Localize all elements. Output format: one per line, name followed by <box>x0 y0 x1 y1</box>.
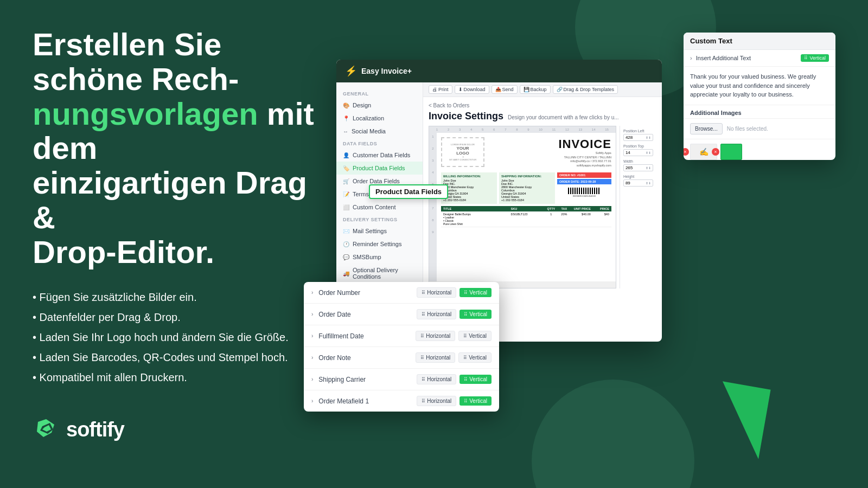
order-number-horizontal-button[interactable]: ⠿ Horizontal <box>417 287 456 298</box>
vertical-badge-label: Vertical <box>809 55 826 61</box>
order-number-row: › Order Number ⠿ Horizontal ⠿ Vertical <box>304 282 499 304</box>
sidebar-item-social[interactable]: ↔️ Social Media <box>336 125 423 138</box>
browse-button[interactable]: Browse... <box>690 123 723 134</box>
browse-row: Browse... No files selected. <box>684 119 835 139</box>
grid-icon: ⠿ <box>464 312 468 317</box>
order-no-badge: ORDER NO: #1001 <box>557 172 611 178</box>
invoice-left-ruler: 12345 6789 <box>429 133 437 281</box>
grid-icon: ⠿ <box>422 399 425 404</box>
delivery-icon: 🚚 <box>343 271 349 277</box>
headline-line5: Drop-Editor. <box>33 234 214 269</box>
product-data-fields-label: Product Data Fields <box>369 184 448 199</box>
sidebar-item-product-data[interactable]: 🏷️ Product Data Fields <box>336 162 423 175</box>
sidebar-item-localization[interactable]: 📍 Localization <box>336 112 423 125</box>
sidebar-item-smsbump-label: SMSBump <box>353 254 381 260</box>
fulfillment-horizontal-button[interactable]: ⠿ Horizontal <box>416 331 455 341</box>
barcode: 8309829119461454500 <box>557 188 611 197</box>
order-note-row: › Order Note ⠿ Horizontal ⠿ Vertical <box>304 347 499 369</box>
sidebar-section-delivery: Delivery Settings <box>336 214 423 224</box>
width-row: Width 265 ⬆⬇ <box>623 159 653 171</box>
order-icon: 🛒 <box>343 178 349 184</box>
download-button[interactable]: ⬇ Download <box>455 85 489 94</box>
grid-icon: ⠿ <box>463 333 467 339</box>
fulfillment-date-row: › Fulfillment Date ⠿ Horizontal ⠿ Vertic… <box>304 325 499 347</box>
position-top-input[interactable]: 14 ⬆⬇ <box>623 149 653 156</box>
main-area: < Back to Orders Invoice Settings Design… <box>423 97 662 294</box>
print-button[interactable]: 🖨 Print <box>429 85 452 94</box>
order-number-field-label: Order Number <box>318 289 413 297</box>
width-input[interactable]: 265 ⬆⬇ <box>623 164 653 171</box>
barcode-number: 8309829119461454500 <box>573 195 596 197</box>
chevron-icon: › <box>311 311 313 317</box>
shipping-carrier-horizontal-button[interactable]: ⠿ Horizontal <box>417 374 456 384</box>
invoice-preview: 12345 678910 1112131415 12345 6789 <box>429 126 616 288</box>
grid-icon: ⠿ <box>464 377 468 382</box>
chevron-icon: › <box>311 355 313 361</box>
social-icon: ↔️ <box>343 129 348 134</box>
order-fields-card: › Order Number ⠿ Horizontal ⠿ Vertical ›… <box>304 282 499 412</box>
insert-additional-text-row[interactable]: › Insert Additional Text ⠿ Vertical <box>684 50 835 67</box>
order-date-field-label: Order Date <box>318 311 413 318</box>
backup-button[interactable]: 💾 Backup <box>520 85 551 94</box>
height-input[interactable]: 89 ⬆⬇ <box>623 179 653 187</box>
shipping-carrier-vertical-button[interactable]: ⠿ Vertical <box>459 375 492 384</box>
invoice-company-info: Softify Apps TALLINN CITY CENTER / TALLI… <box>558 151 611 168</box>
sidebar-item-mail[interactable]: ✉️ Mail Settings <box>336 224 423 237</box>
order-date-horizontal-button[interactable]: ⠿ Horizontal <box>417 309 456 319</box>
bg-circle-bottom <box>532 380 694 488</box>
delete-thumb-2-button[interactable]: × <box>712 148 719 156</box>
sidebar-item-custom-label: Custom Content <box>353 204 395 210</box>
custom-content-icon: ⬜ <box>343 204 349 210</box>
custom-text-card-header: Custom Text <box>684 33 835 50</box>
send-button[interactable]: 📤 Send <box>492 85 518 94</box>
order-note-horizontal-button[interactable]: ⠿ Horizontal <box>416 352 455 363</box>
invoice-body: 12345 6789 LOREM IPSUM DOLOR YOUR LOGO <box>429 133 616 281</box>
height-label: Height <box>623 175 653 178</box>
design-icon: 🎨 <box>343 102 349 108</box>
bullet-item: • Datenfelder per Drag & Drop. <box>33 311 336 324</box>
terms-icon: 📝 <box>343 191 349 197</box>
mail-icon: ✉️ <box>343 228 349 234</box>
back-link[interactable]: < Back to Orders <box>429 102 656 108</box>
left-section: Erstellen Sie schöne Rech- nungsvorlagen… <box>33 27 336 444</box>
order-date-vertical-button[interactable]: ⠿ Vertical <box>459 310 492 319</box>
invoice-table-row: Designer Ballet Bumps • Leather • Classi… <box>441 211 611 227</box>
softify-logo-icon <box>33 416 60 444</box>
invoice-info-row: BILLING INFORMATION: John Doe Doe INC. 2… <box>441 172 611 204</box>
order-number-vertical-button[interactable]: ⠿ Vertical <box>459 288 492 297</box>
drag-drop-button[interactable]: 🔗 Drag & Drop Templates <box>553 85 618 94</box>
order-metafield-row: › Order Metafield 1 ⠿ Horizontal ⠿ Verti… <box>304 390 499 412</box>
additional-images-label: Additional Images <box>684 105 835 119</box>
sidebar-item-smsbump[interactable]: 💬 SMSBump <box>336 251 423 264</box>
sidebar-item-optional-delivery[interactable]: 🚚 Optional Delivery Conditions <box>336 264 423 283</box>
grid-icon: ⠿ <box>422 377 425 382</box>
invoice-header-row: LOREM IPSUM DOLOR YOUR LOGO ✦ SIT AMET C… <box>441 137 611 168</box>
sidebar-item-design[interactable]: 🎨 Design <box>336 99 423 112</box>
invoice-logo-placeholder: LOREM IPSUM DOLOR YOUR LOGO ✦ SIT AMET C… <box>441 137 484 167</box>
order-metafield-vertical-button[interactable]: ⠿ Vertical <box>459 396 492 406</box>
height-row: Height 89 ⬆⬇ <box>623 175 653 187</box>
bullet-list: • Fügen Sie zusätzliche Bilder ein. • Da… <box>33 291 336 384</box>
sms-icon: 💬 <box>343 254 349 260</box>
product-icon: 🏷️ <box>343 165 349 171</box>
sidebar-item-customer-data[interactable]: 👤 Customer Data Fields <box>336 149 423 162</box>
order-info-box: ORDER NO: #1001 ORDER DATE: 2022-09-28 8… <box>557 172 611 204</box>
fulfillment-date-field-label: Fulfillment Date <box>318 332 412 340</box>
page-title: Invoice Settings <box>429 111 503 122</box>
sidebar-item-custom-content[interactable]: ⬜ Custom Content <box>336 201 423 214</box>
headline-word-green: nungsvorlagen <box>33 96 258 131</box>
fulfillment-vertical-button[interactable]: ⠿ Vertical <box>458 331 492 341</box>
order-date-row: › Order Date ⠿ Horizontal ⠿ Vertical <box>304 304 499 325</box>
order-note-vertical-button[interactable]: ⠿ Vertical <box>458 352 492 363</box>
sidebar-item-optional-label: Optional Delivery Conditions <box>353 267 416 280</box>
grid-icon: ⠿ <box>464 399 468 404</box>
order-metafield-horizontal-button[interactable]: ⠿ Horizontal <box>417 396 456 406</box>
delete-thumb-1-button[interactable]: × <box>684 148 689 156</box>
order-note-field-label: Order Note <box>318 354 412 362</box>
position-left-input[interactable]: 428 ⬆⬇ <box>623 134 653 141</box>
sidebar-item-customer-label: Customer Data Fields <box>353 152 410 158</box>
grid-icon: ⠿ <box>420 333 424 339</box>
chevron-icon: › <box>311 290 313 296</box>
position-left-row: Position Left 428 ⬆⬇ <box>623 129 653 141</box>
sidebar-item-reminder[interactable]: 🕐 Reminder Settings <box>336 237 423 251</box>
